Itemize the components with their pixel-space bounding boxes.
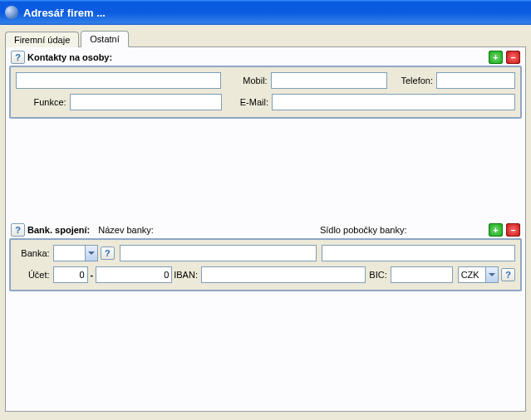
currency-lookup-button[interactable]: ?: [501, 268, 515, 281]
contacts-panel: Mobil: Telefon: Funkce: E-Mail:: [9, 66, 522, 119]
tab-ostatni[interactable]: Ostatní: [81, 31, 128, 47]
contacts-delete-button[interactable]: –: [506, 51, 520, 64]
banka-combo[interactable]: [53, 245, 98, 261]
bank-heading: Bank. spojení:: [27, 225, 90, 235]
sidlo-pobocky-label: Sídlo pobočky banky:: [320, 225, 407, 235]
currency-combo[interactable]: CZK: [458, 266, 499, 283]
bank-delete-button[interactable]: –: [506, 223, 520, 237]
bic-input[interactable]: [391, 266, 453, 283]
tab-panel-ostatni: ? Kontakty na osoby: + – Mobil: Telefon:…: [5, 46, 526, 412]
currency-combo-value: CZK: [459, 267, 486, 282]
sidlo-pobocky-input[interactable]: [322, 245, 515, 261]
banka-lookup-button[interactable]: ?: [101, 247, 115, 260]
client-area: Firemní údaje Ostatní ? Kontakty na osob…: [0, 25, 531, 417]
chevron-down-icon[interactable]: [85, 246, 97, 261]
email-input[interactable]: [272, 94, 515, 110]
banka-combo-value: [54, 246, 85, 261]
app-icon: [5, 6, 18, 19]
iban-label: IBAN:: [172, 270, 201, 280]
contact-name-input[interactable]: [16, 72, 221, 89]
titlebar: Adresář firem ...: [0, 0, 531, 25]
bank-add-button[interactable]: +: [489, 223, 503, 237]
funkce-input[interactable]: [70, 94, 223, 110]
contacts-add-button[interactable]: +: [489, 51, 503, 64]
contacts-section-header: ? Kontakty na osoby: + –: [9, 49, 522, 66]
bic-label: BIC:: [366, 270, 391, 280]
funkce-label: Funkce:: [16, 97, 70, 107]
mobil-input[interactable]: [271, 72, 387, 89]
nazev-banky-input[interactable]: [120, 245, 317, 261]
ucet-label: Účet:: [16, 270, 53, 280]
bank-help-button[interactable]: ?: [11, 223, 25, 237]
iban-input[interactable]: [201, 266, 366, 283]
window-title: Adresář firem ...: [23, 7, 106, 19]
banka-label: Banka:: [16, 248, 53, 258]
ucet-dash: -: [88, 270, 96, 280]
ucet-main-input[interactable]: [96, 266, 172, 283]
tab-strip: Firemní údaje Ostatní: [5, 30, 526, 46]
bank-panel: Banka: ? Účet: - IBAN: BIC:: [9, 238, 522, 291]
mobil-label: Mobil:: [221, 76, 270, 85]
telefon-label: Telefon:: [387, 76, 436, 85]
telefon-input[interactable]: [436, 72, 515, 89]
nazev-banky-label: Název banky:: [98, 225, 154, 235]
chevron-down-icon[interactable]: [485, 267, 498, 282]
contacts-help-button[interactable]: ?: [11, 51, 25, 64]
ucet-prefix-input[interactable]: [53, 266, 88, 283]
email-label: E-Mail:: [222, 97, 272, 107]
contacts-heading: Kontakty na osoby:: [27, 52, 112, 62]
bank-section-header: ? Bank. spojení: Název banky: Sídlo pobo…: [9, 222, 522, 238]
tab-firemni-udaje[interactable]: Firemní údaje: [5, 32, 79, 47]
